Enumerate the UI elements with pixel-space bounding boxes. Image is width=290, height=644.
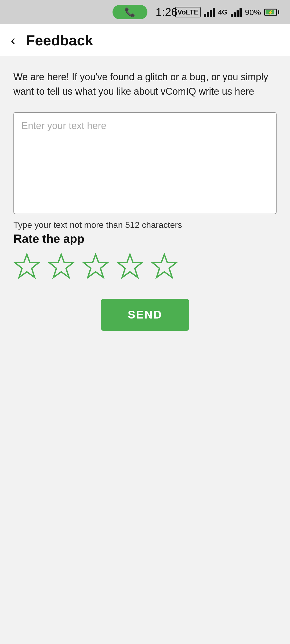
- signal2-icon: [231, 7, 242, 17]
- status-icons: VoLTE 4G 90% ⚡: [175, 7, 279, 17]
- star-2[interactable]: [48, 253, 75, 280]
- send-button-wrapper: SEND: [13, 299, 277, 331]
- star-1[interactable]: [13, 253, 40, 280]
- signal-icon: [204, 7, 215, 17]
- svg-marker-0: [15, 254, 39, 277]
- volte-icon: VoLTE: [175, 7, 201, 17]
- description-text: We are here! If you've found a glitch or…: [13, 70, 277, 99]
- feedback-content: We are here! If you've found a glitch or…: [0, 56, 290, 347]
- call-indicator: 📞: [113, 5, 147, 19]
- status-time: 1:26: [155, 6, 177, 19]
- battery-percent: 90%: [245, 8, 261, 17]
- star-rating[interactable]: [13, 253, 277, 280]
- star-4[interactable]: [117, 253, 143, 280]
- app-bar: ‹ Feedback: [0, 24, 290, 56]
- feedback-textarea[interactable]: [13, 112, 277, 214]
- svg-marker-2: [84, 254, 108, 277]
- send-button[interactable]: SEND: [101, 299, 189, 331]
- svg-marker-4: [152, 254, 176, 277]
- star-3[interactable]: [82, 253, 109, 280]
- back-arrow-icon: ‹: [11, 32, 15, 48]
- battery-icon: ⚡: [264, 9, 279, 16]
- call-icon: 📞: [125, 7, 135, 17]
- svg-marker-3: [118, 254, 142, 277]
- svg-marker-1: [49, 254, 73, 277]
- page-title: Feedback: [26, 32, 93, 49]
- star-5[interactable]: [151, 253, 178, 280]
- 4g-icon: 4G: [218, 8, 227, 16]
- status-bar: 📞 1:26 VoLTE 4G 90% ⚡: [0, 0, 290, 24]
- char-limit-text: Type your text not more than 512 charact…: [13, 220, 277, 230]
- back-button[interactable]: ‹: [11, 30, 21, 51]
- rate-label: Rate the app: [13, 232, 277, 246]
